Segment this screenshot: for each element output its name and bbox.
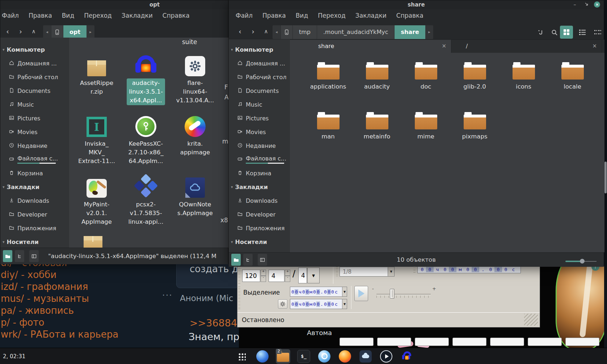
toolbar-grip[interactable] bbox=[238, 269, 240, 284]
sidebar-item-developer[interactable]: Developer bbox=[0, 207, 69, 221]
sidebar-section-header[interactable]: ▾Компьютер bbox=[0, 43, 69, 56]
path-scroll-right-button[interactable]: ▸ bbox=[425, 25, 433, 39]
time-signature-lower-field[interactable]: 4 bbox=[298, 267, 307, 283]
up-button[interactable]: ∧ bbox=[29, 27, 39, 37]
back-button[interactable]: ‹ bbox=[235, 27, 245, 37]
sidebar-item-documents[interactable]: Documents bbox=[0, 84, 69, 98]
hide-panel-button[interactable] bbox=[29, 250, 39, 262]
path-scroll-right-button[interactable]: ▸ bbox=[87, 25, 94, 39]
search-button[interactable] bbox=[549, 27, 560, 38]
sidebar-item-корзина[interactable]: Корзина bbox=[229, 166, 290, 180]
restore-button[interactable] bbox=[582, 1, 590, 8]
file-item[interactable]: krita.appimage bbox=[170, 112, 220, 166]
folder-item-man[interactable]: man bbox=[304, 112, 353, 141]
white-button[interactable] bbox=[452, 338, 486, 346]
sidebar-item-pictures[interactable]: Pictures bbox=[0, 111, 69, 125]
selection-settings-button[interactable] bbox=[278, 299, 287, 309]
spin-down-button[interactable]: - bbox=[261, 276, 266, 282]
taskbar-firefox[interactable] bbox=[338, 349, 352, 364]
sidebar-item-music[interactable]: Music bbox=[229, 98, 290, 111]
up-button[interactable]: ∧ bbox=[261, 27, 271, 37]
sidebar-item-music[interactable]: Music bbox=[0, 98, 69, 111]
folder-item-glib-2.0[interactable]: glib-2.0 bbox=[450, 62, 499, 91]
path-segment-share[interactable]: share bbox=[394, 25, 425, 39]
edit-path-button[interactable] bbox=[535, 27, 546, 38]
folder-item-pixmaps[interactable]: pixmaps bbox=[450, 112, 499, 141]
taskbar-file-manager[interactable]: 2 bbox=[276, 349, 290, 364]
play-at-speed-button[interactable] bbox=[354, 286, 368, 301]
taskbar-photos[interactable] bbox=[317, 349, 332, 364]
path-segment-opt[interactable]: opt bbox=[63, 25, 87, 39]
file-item[interactable]: IInviska_MKV_Extract-11... bbox=[72, 112, 121, 166]
resize-grip[interactable] bbox=[524, 314, 538, 326]
file-item[interactable]: QOwnNotes.AppImage bbox=[170, 172, 220, 227]
sidebar-section-header[interactable]: ▾Компьютер bbox=[229, 43, 290, 56]
taskbar-terminal[interactable]: $_ bbox=[296, 349, 311, 364]
menu-item[interactable]: Справка bbox=[163, 12, 190, 24]
board-link[interactable]: wrk/ - РАБота и карьера bbox=[1, 329, 118, 341]
tempo-field[interactable]: 120 bbox=[242, 270, 260, 282]
scrollbar-thumb[interactable] bbox=[604, 162, 607, 193]
white-button[interactable] bbox=[490, 338, 524, 346]
sidebar-item-файловая-с-[interactable]: Файловая с... bbox=[0, 153, 69, 166]
folder-item-locale[interactable]: locale bbox=[548, 62, 597, 91]
sidebar-item-домашняя-[interactable]: Домашняя ... bbox=[229, 56, 290, 70]
sidebar-section-header[interactable]: ▾Носители bbox=[229, 235, 290, 249]
sidebar-item-downloads[interactable]: Downloads bbox=[0, 194, 69, 207]
speed-slider-knob[interactable] bbox=[390, 289, 395, 299]
white-button[interactable] bbox=[565, 338, 599, 346]
white-button[interactable] bbox=[340, 338, 374, 346]
menu-item[interactable]: Переход bbox=[318, 12, 346, 24]
snap-to-combo[interactable]: 1/8▼ bbox=[340, 267, 395, 277]
file-item[interactable]: AssetRipper.zip bbox=[72, 51, 121, 105]
sidebar-section-header[interactable]: ▾Носители bbox=[0, 235, 69, 249]
sidebar-item-pictures[interactable]: Pictures bbox=[229, 111, 290, 125]
menu-item[interactable]: Переход bbox=[84, 12, 112, 24]
menu-item[interactable]: Закладки bbox=[355, 12, 387, 24]
device-button[interactable] bbox=[51, 25, 63, 39]
menu-item[interactable]: Справка bbox=[396, 12, 423, 24]
forward-button[interactable]: › bbox=[248, 27, 258, 37]
sidebar-item-недавние[interactable]: Недавние bbox=[229, 139, 290, 153]
spin-up-button[interactable]: + bbox=[285, 270, 290, 276]
post-reply-link[interactable]: >>368846 bbox=[190, 317, 243, 329]
sidebar-item-рабочий-стол[interactable]: Рабочий стол bbox=[229, 70, 290, 84]
folder-item-mime[interactable]: mime bbox=[401, 112, 450, 141]
taskbar-audacity[interactable] bbox=[400, 349, 414, 364]
file-item[interactable]: flare-linux64-v1.13.04.A... bbox=[170, 51, 220, 105]
taskbar-app-launcher[interactable] bbox=[235, 349, 249, 364]
menu-item[interactable]: Вид bbox=[62, 12, 74, 24]
sidebar-item-приложения[interactable]: Приложения bbox=[0, 221, 69, 235]
folder-item-metainfo[interactable]: metainfo bbox=[353, 112, 401, 141]
sidebar-section-header[interactable]: ▾Закладки bbox=[229, 180, 290, 194]
back-button[interactable]: ‹ bbox=[3, 27, 13, 37]
folder-item-doc[interactable]: doc bbox=[401, 62, 450, 91]
sidebar-item-developer[interactable]: Developer bbox=[229, 207, 290, 221]
device-button[interactable] bbox=[281, 25, 292, 39]
tab-close-icon[interactable]: × bbox=[442, 43, 446, 49]
path-segment-.mount_audacidYkMyc[interactable]: .mount_audacidYkMyc bbox=[317, 25, 394, 39]
tab-share[interactable]: share × bbox=[290, 40, 451, 53]
sidebar-item-приложения[interactable]: Приложения bbox=[229, 221, 290, 235]
board-link[interactable]: mus/ - музыканты bbox=[1, 293, 118, 305]
sidebar-section-header[interactable]: ▾Закладки bbox=[0, 180, 69, 194]
white-button[interactable] bbox=[377, 338, 411, 346]
minimize-button[interactable]: – bbox=[571, 1, 579, 8]
sidebar-item-рабочий-стол[interactable]: Рабочий стол bbox=[0, 70, 69, 84]
time-signature-spinner[interactable]: +- bbox=[285, 270, 290, 282]
taskbar-cloud-app[interactable] bbox=[358, 349, 373, 364]
taskbar-media-player[interactable] bbox=[379, 349, 393, 364]
zoom-slider-knob[interactable] bbox=[580, 259, 585, 264]
folder-item-icons[interactable]: icons bbox=[499, 62, 548, 91]
file-item[interactable]: KeePassXC-2.7.10-x86_64.AppIm... bbox=[121, 112, 170, 166]
path-segment-tmp[interactable]: tmp bbox=[292, 25, 317, 39]
menu-item[interactable]: Файл bbox=[236, 12, 253, 24]
selection-start-field[interactable]: 00ч00м00.000с▼ bbox=[290, 287, 347, 297]
white-button[interactable] bbox=[528, 338, 562, 346]
menu-item[interactable]: Закладки bbox=[122, 12, 153, 24]
path-scroll-left-button[interactable]: ◂ bbox=[273, 25, 281, 39]
board-link[interactable]: izd/ - графомания bbox=[1, 281, 118, 293]
sidebar-item-корзина[interactable]: Корзина bbox=[0, 166, 69, 180]
time-signature-upper-field[interactable]: 4 bbox=[269, 270, 284, 282]
sidebar-item-movies[interactable]: Movies bbox=[229, 125, 290, 139]
